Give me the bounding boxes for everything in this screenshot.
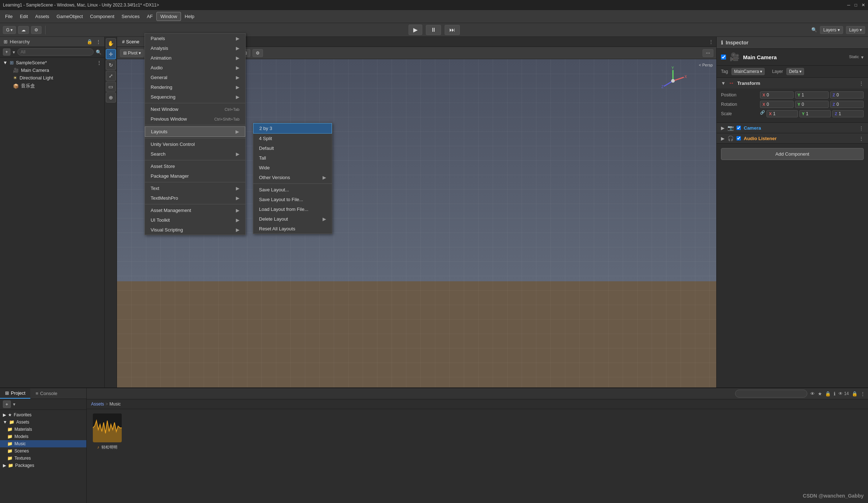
gizmo-button[interactable]: G ▾ [3, 26, 16, 34]
breadcrumb-music[interactable]: Music [109, 402, 121, 407]
menu-services[interactable]: Services [118, 12, 143, 21]
cloud-button[interactable]: ☁ [18, 26, 29, 34]
transform-tool-btn[interactable]: ⊕ [106, 92, 116, 103]
layout-loadlayoutfile-item[interactable]: Load Layout from File... [253, 204, 332, 214]
assets-root-item[interactable]: ▼ 📁 Assets [0, 419, 86, 426]
camera-header[interactable]: ▶ 📷 Camera ⋮ [717, 123, 868, 133]
lock2-icon[interactable]: 🔒 [852, 391, 858, 396]
models-item[interactable]: 📁 Models [0, 433, 86, 440]
camera-enabled-checkbox[interactable] [737, 126, 741, 130]
menu-edit[interactable]: Edit [16, 12, 31, 21]
project-arrow-icon[interactable]: ▾ [13, 402, 16, 407]
window-nextwindow-item[interactable]: Next Window Ctrl+Tab [145, 104, 245, 114]
layout-otherversions-item[interactable]: Other Versions ▶ [253, 173, 332, 182]
position-x-field[interactable]: X 0 [760, 91, 794, 99]
breadcrumb-assets[interactable]: Assets [91, 402, 104, 407]
window-general-item[interactable]: General ▶ [145, 73, 245, 82]
transform-header[interactable]: ▼ ↔ Transform ⋮ [717, 78, 868, 88]
rect-tool-btn[interactable]: ▭ [106, 82, 116, 92]
layout-savelayout-item[interactable]: Save Layout... [253, 185, 332, 195]
hierarchy-scene-item[interactable]: ▼ ⊞ SampleScene* ⋮ [0, 59, 104, 66]
scale-z-field[interactable]: Z 1 [832, 110, 864, 117]
object-active-checkbox[interactable] [721, 55, 726, 60]
window-versioncontrol-item[interactable]: Unity Version Control [145, 139, 245, 149]
step-button[interactable]: ⏭ [445, 25, 460, 35]
close-btn[interactable]: ✕ [861, 3, 865, 8]
transform-options-icon[interactable]: ⋮ [859, 81, 864, 86]
menu-file[interactable]: File [1, 12, 16, 21]
window-animation-item[interactable]: Animation ▶ [145, 53, 245, 63]
layout-savelayoutfile-item[interactable]: Save Layout to File... [253, 195, 332, 204]
position-y-field[interactable]: Y 1 [795, 91, 829, 99]
hierarchy-light-item[interactable]: ☀ Directional Light [0, 74, 104, 82]
materials-item[interactable]: 📁 Materials [0, 426, 86, 433]
layout-resetall-item[interactable]: Reset All Layouts [253, 224, 332, 234]
rotation-z-field[interactable]: Z 0 [830, 101, 864, 108]
audio-enabled-checkbox[interactable] [737, 136, 741, 140]
favorites-item[interactable]: ▶ ★ Favorites [0, 411, 86, 419]
menu-assets[interactable]: Assets [31, 12, 53, 21]
project-add-button[interactable]: + [3, 400, 11, 408]
layout-default-item[interactable]: Default [253, 143, 332, 153]
position-z-field[interactable]: Z 0 [830, 91, 864, 99]
menu-help[interactable]: Help [181, 12, 198, 21]
layout-dropdown[interactable]: Layo ▾ [846, 26, 865, 34]
window-analysis-item[interactable]: Analysis ▶ [145, 43, 245, 53]
eye-icon[interactable]: 👁 [810, 391, 815, 396]
play-button[interactable]: ▶ [409, 25, 422, 35]
hand-tool-btn[interactable]: ✋ [106, 38, 116, 48]
window-search-item[interactable]: Search ▶ [145, 149, 245, 159]
hierarchy-lock-icon[interactable]: 🔒 [87, 39, 92, 44]
menu-gameobject[interactable]: GameObject [53, 12, 86, 21]
tag-dropdown[interactable]: MainCamera ▾ [731, 68, 765, 75]
layout-2by3-item[interactable]: 2 by 3 [253, 123, 332, 134]
menu-component[interactable]: Component [86, 12, 118, 21]
filter-icon[interactable]: ▾ [13, 49, 15, 55]
gizmos-btn[interactable]: ⚙ [252, 49, 263, 57]
window-assetmanagement-item[interactable]: Asset Management ▶ [145, 205, 245, 215]
hierarchy-add-button[interactable]: + [3, 48, 10, 56]
scene-options-icon[interactable]: ⋮ [97, 60, 102, 65]
window-sequencing-item[interactable]: Sequencing ▶ [145, 92, 245, 102]
scene-tab[interactable]: # Scene [117, 37, 145, 47]
scenes-item[interactable]: 📁 Scenes [0, 447, 86, 455]
pause-button[interactable]: ⏸ [426, 25, 441, 35]
scale-tool-btn[interactable]: ⤢ [106, 71, 116, 81]
layers-dropdown[interactable]: Layers ▾ [820, 26, 843, 34]
rotate-tool-btn[interactable]: ↻ [106, 60, 116, 70]
options-icon[interactable]: ⋮ [860, 391, 865, 396]
console-tab[interactable]: ≡ Console [30, 388, 62, 399]
scene-options-icon[interactable]: ⋮ [709, 39, 713, 44]
static-toggle[interactable]: ▾ [861, 55, 864, 60]
add-component-button[interactable]: Add Component [721, 148, 864, 160]
more-btn[interactable]: ⋯ [703, 49, 713, 57]
window-text-item[interactable]: Text ▶ [145, 183, 245, 193]
hierarchy-search-input[interactable] [17, 48, 94, 56]
move-tool-btn[interactable]: ✛ [106, 49, 116, 59]
search-icon[interactable]: 🔍 [811, 27, 817, 32]
window-assetstore-item[interactable]: Asset Store [145, 161, 245, 171]
scale-y-field[interactable]: Y 1 [799, 110, 831, 117]
layout-4split-item[interactable]: 4 Split [253, 134, 332, 143]
camera-options-icon[interactable]: ⋮ [859, 125, 864, 131]
hierarchy-musicbox-item[interactable]: 📦 音乐盒 [0, 82, 104, 90]
window-rendering-item[interactable]: Rendering ▶ [145, 82, 245, 92]
layer-dropdown[interactable]: Defa ▾ [786, 68, 804, 75]
lock-icon[interactable]: 🔒 [825, 391, 831, 396]
favorite-icon[interactable]: ★ [818, 391, 822, 396]
settings-button[interactable]: ⚙ [31, 26, 42, 34]
window-panels-item[interactable]: Panels ▶ [145, 34, 245, 43]
window-visualscripting-item[interactable]: Visual Scripting ▶ [145, 225, 245, 235]
window-packagemanager-item[interactable]: Package Manager [145, 171, 245, 181]
maximize-btn[interactable]: □ [855, 3, 857, 8]
minimize-btn[interactable]: ─ [847, 3, 850, 8]
layout-wide-item[interactable]: Wide [253, 163, 332, 173]
layout-tall-item[interactable]: Tall [253, 153, 332, 163]
pivot-btn[interactable]: ⊞Pivot ▾ [120, 49, 144, 57]
project-tab[interactable]: ⊞ Project [0, 388, 30, 399]
textures-item[interactable]: 📁 Textures [0, 455, 86, 462]
window-audio-item[interactable]: Audio ▶ [145, 63, 245, 73]
project-search-input[interactable] [735, 390, 807, 398]
music-item[interactable]: 📁 Music [0, 440, 86, 447]
window-textmeshpro-item[interactable]: TextMeshPro ▶ [145, 193, 245, 203]
